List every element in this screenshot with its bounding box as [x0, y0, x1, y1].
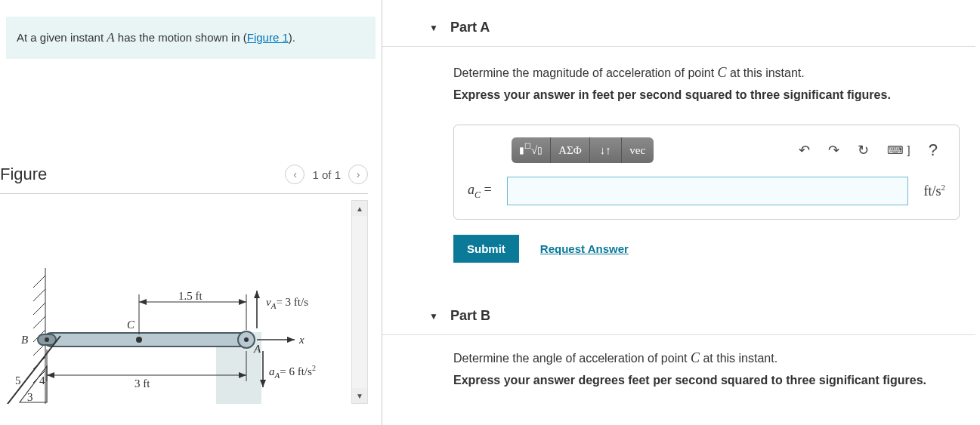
svg-point-14 [244, 337, 249, 342]
intro-text-pre: At a given instant [17, 31, 107, 44]
prompt-pre: Determine the magnitude of acceleration … [453, 66, 718, 79]
intro-var-A: A [107, 30, 114, 45]
redo-button[interactable]: ↷ [828, 142, 839, 159]
answer-box: ▮☐√▯ ΑΣΦ ↓↑ vec ↶ ↷ ↻ ⌨ ] ? aC = ft/s2 [453, 125, 960, 220]
submit-button[interactable]: Submit [453, 235, 519, 263]
label-C: C [127, 319, 135, 331]
templates-button[interactable]: ▮☐√▯ [512, 137, 551, 163]
svg-point-15 [136, 337, 142, 343]
figure-diagram: 1.5 ft 3 ft B C A x vA= 3 ft/s [0, 200, 348, 404]
figure-scrollbar[interactable]: ▲ ▼ [351, 200, 368, 404]
equation-toolbar: ▮☐√▯ ΑΣΦ ↓↑ vec ↶ ↷ ↻ ⌨ ] ? [468, 137, 945, 177]
subsup-button[interactable]: ↓↑ [590, 137, 622, 163]
part-b-body: Determine the angle of acceleration of p… [382, 335, 980, 405]
keyboard-button[interactable]: ⌨ ] [887, 143, 910, 157]
submit-row: Submit Request Answer [453, 235, 975, 263]
dim-1-5ft: 1.5 ft [178, 290, 202, 302]
figure-view: 1.5 ft 3 ft B C A x vA= 3 ft/s [0, 200, 368, 404]
label-aA: aA= 6 ft/s2 [269, 364, 316, 380]
answer-input-row: aC = ft/s2 [468, 177, 945, 205]
part-a-prompt: Determine the magnitude of acceleration … [453, 65, 975, 81]
vec-button[interactable]: vec [622, 137, 654, 163]
part-a-instruction: Express your answer in feet per second s… [453, 88, 975, 102]
svg-rect-10 [44, 333, 254, 346]
label-B: B [21, 334, 28, 346]
help-button[interactable]: ? [929, 140, 938, 160]
tri-vert-4: 4 [39, 374, 45, 387]
answer-lhs: aC = [468, 182, 492, 201]
tool-group-right: ↶ ↷ ↻ ⌨ ] ? [799, 140, 938, 160]
left-pane: At a given instant A has the motion show… [0, 0, 382, 425]
figure-pager-label: 1 of 1 [312, 168, 341, 181]
part-b-header[interactable]: ▼ Part B [382, 288, 975, 335]
scroll-down-icon[interactable]: ▼ [352, 388, 367, 403]
tri-hyp-5: 5 [15, 374, 21, 387]
figure-header: Figure ‹ 1 of 1 › [0, 165, 368, 189]
part-b-prompt: Determine the angle of acceleration of p… [453, 350, 975, 366]
intro-text-mid: has the motion shown in ( [115, 31, 247, 44]
part-b-title: Part B [450, 308, 490, 324]
svg-point-12 [45, 337, 49, 342]
svg-line-26 [8, 336, 60, 404]
prompt-b-var: C [691, 350, 700, 365]
svg-line-1 [33, 276, 45, 288]
label-vA: vA= 3 ft/s [266, 296, 308, 310]
svg-line-2 [33, 289, 45, 301]
right-pane: ▼ Part A Determine the magnitude of acce… [382, 0, 980, 425]
greek-button[interactable]: ΑΣΦ [551, 137, 590, 163]
answer-unit: ft/s2 [923, 183, 945, 199]
tool-group-left: ▮☐√▯ ΑΣΦ ↓↑ vec [512, 137, 654, 163]
reset-button[interactable]: ↻ [858, 142, 869, 159]
svg-line-4 [33, 316, 45, 328]
answer-input[interactable] [507, 177, 909, 205]
caret-down-icon: ▼ [429, 311, 438, 322]
figure-pager: ‹ 1 of 1 › [285, 165, 368, 184]
prompt-b-post: at this instant. [700, 352, 778, 365]
request-answer-link[interactable]: Request Answer [540, 242, 629, 255]
undo-button[interactable]: ↶ [799, 142, 810, 159]
prompt-post: at this instant. [727, 66, 805, 79]
tri-base-3: 3 [27, 391, 33, 403]
part-a-body: Determine the magnitude of acceleration … [382, 47, 980, 281]
part-a-title: Part A [450, 20, 490, 35]
figure-link[interactable]: Figure 1 [247, 31, 289, 44]
figure-title: Figure [0, 165, 47, 184]
problem-intro: At a given instant A has the motion show… [6, 17, 376, 59]
dim-3ft: 3 ft [134, 377, 150, 390]
part-b-instruction: Express your answer degrees feet per sec… [453, 374, 975, 387]
svg-line-3 [33, 303, 45, 315]
scroll-up-icon[interactable]: ▲ [352, 201, 367, 216]
label-x: x [298, 334, 305, 346]
intro-text-post: ). [289, 31, 295, 44]
figure-prev-button[interactable]: ‹ [285, 165, 305, 184]
label-A: A [253, 343, 261, 355]
prompt-var-C: C [718, 65, 727, 80]
figure-next-button[interactable]: › [348, 165, 368, 184]
caret-down-icon: ▼ [429, 23, 438, 33]
prompt-b-pre: Determine the angle of acceleration of p… [453, 352, 691, 365]
part-a-header[interactable]: ▼ Part A [382, 0, 975, 47]
figure-divider [0, 193, 368, 194]
